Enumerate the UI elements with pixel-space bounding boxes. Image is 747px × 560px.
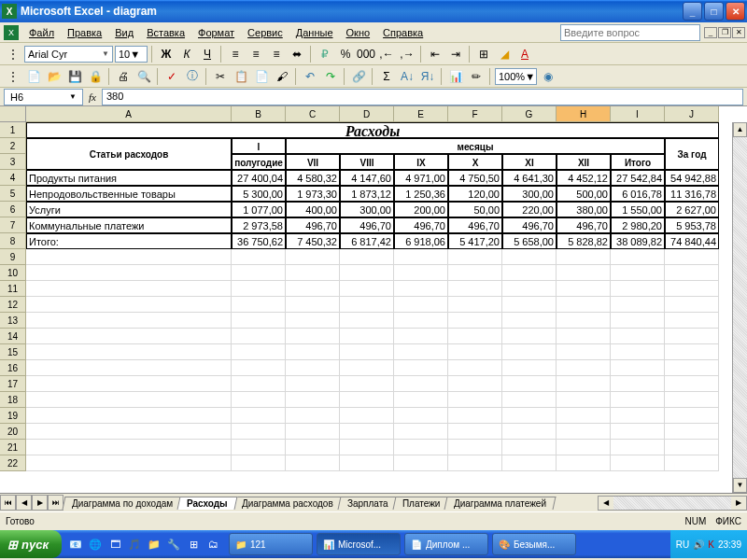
cell[interactable]: VII [286,154,340,170]
cell[interactable] [394,265,448,281]
align-left-button[interactable]: ≡ [226,45,245,63]
cell[interactable] [502,360,557,376]
taskbar-excel[interactable]: 📊Microsof... [317,533,401,555]
borders-button[interactable]: ⊞ [474,45,493,63]
cell[interactable] [340,440,394,455]
cell[interactable] [665,408,719,424]
cell[interactable] [26,249,232,265]
cell[interactable] [26,440,232,455]
cell[interactable] [340,360,394,376]
cell[interactable] [26,313,232,329]
cell[interactable] [26,297,232,313]
cell[interactable] [340,455,394,471]
cell[interactable] [232,297,286,313]
scroll-up-button[interactable]: ▲ [733,122,747,137]
sort-asc-button[interactable]: A↓ [398,67,416,86]
cell[interactable] [448,249,502,265]
cell[interactable] [26,329,232,344]
scroll-left-button[interactable]: ◀ [599,498,613,507]
cell[interactable] [611,281,665,297]
cell[interactable] [502,440,557,455]
cell[interactable] [557,281,611,297]
tab-prev-button[interactable]: ◀ [16,495,32,511]
cell[interactable]: Непродовольственные товары [26,186,232,202]
cell[interactable] [611,344,665,360]
cell[interactable]: 5 300,00 [232,186,286,202]
sheet-tab[interactable]: Зарплата [337,497,398,510]
row-header[interactable]: 10 [0,265,26,281]
cell[interactable] [665,249,719,265]
cell[interactable] [26,455,232,471]
row-header[interactable]: 11 [0,281,26,297]
cell[interactable]: 4 971,00 [394,170,448,186]
cell[interactable] [448,329,502,344]
cell[interactable]: 4 750,50 [448,170,502,186]
scroll-down-button[interactable]: ▼ [733,478,747,493]
cell[interactable] [665,344,719,360]
cell[interactable] [665,424,719,440]
cell[interactable] [557,249,611,265]
cell[interactable] [286,281,340,297]
cell[interactable] [502,297,557,313]
cell[interactable]: 2 973,58 [232,217,286,233]
cell[interactable] [557,313,611,329]
sort-desc-button[interactable]: Я↓ [418,67,437,86]
cell[interactable] [611,329,665,344]
save-button[interactable]: 💾 [65,67,84,86]
redo-button[interactable]: ↷ [321,67,340,86]
cell[interactable]: 300,00 [502,186,557,202]
column-header[interactable]: J [665,106,719,122]
row-header[interactable]: 12 [0,297,26,313]
font-color-button[interactable]: А [515,45,534,63]
cell[interactable] [665,360,719,376]
cell[interactable] [502,344,557,360]
cell[interactable]: 2 627,00 [665,202,719,217]
undo-button[interactable]: ↶ [301,67,319,86]
row-header[interactable]: 1 [0,122,26,138]
cell[interactable]: IX [394,154,448,170]
cell[interactable] [665,313,719,329]
cell[interactable] [665,392,719,408]
cell[interactable] [232,440,286,455]
menu-data[interactable]: Данные [289,25,340,40]
row-header[interactable]: 6 [0,202,26,217]
increase-indent-button[interactable]: ⇥ [446,45,465,63]
cell[interactable] [448,455,502,471]
cell[interactable] [286,265,340,281]
row-header[interactable]: 13 [0,313,26,329]
cell[interactable] [26,344,232,360]
clock[interactable]: 23:39 [718,539,741,550]
cell[interactable]: За год [665,138,719,170]
cell[interactable] [448,265,502,281]
cell[interactable]: 6 016,78 [611,186,665,202]
ql-icon[interactable]: 📧 [67,536,84,553]
cell[interactable]: 7 450,32 [286,233,340,249]
cell[interactable] [394,376,448,392]
help-button[interactable]: ◉ [539,67,557,86]
cell[interactable] [502,329,557,344]
cell[interactable]: 5 417,20 [448,233,502,249]
cell[interactable] [448,297,502,313]
sheet-tab[interactable]: Платежи [392,497,450,510]
cell[interactable]: месяцы [286,138,665,154]
print-preview-button[interactable]: 🔍 [134,67,153,86]
cell[interactable] [502,424,557,440]
cell[interactable]: 11 316,78 [665,186,719,202]
cell[interactable] [557,455,611,471]
menu-insert[interactable]: Вставка [140,25,191,40]
italic-button[interactable]: К [177,45,196,63]
drawing-button[interactable]: ✏ [467,67,486,86]
cell[interactable] [502,281,557,297]
column-header[interactable]: A [26,106,232,122]
cell[interactable]: 496,70 [448,217,502,233]
cell[interactable]: 27 542,84 [611,170,665,186]
row-header[interactable]: 14 [0,329,26,344]
cell[interactable] [557,408,611,424]
cell[interactable] [665,265,719,281]
row-header[interactable]: 15 [0,344,26,360]
cell[interactable]: 38 089,82 [611,233,665,249]
cell[interactable]: 496,70 [394,217,448,233]
cell[interactable] [665,281,719,297]
cell[interactable] [502,455,557,471]
cell[interactable] [557,329,611,344]
